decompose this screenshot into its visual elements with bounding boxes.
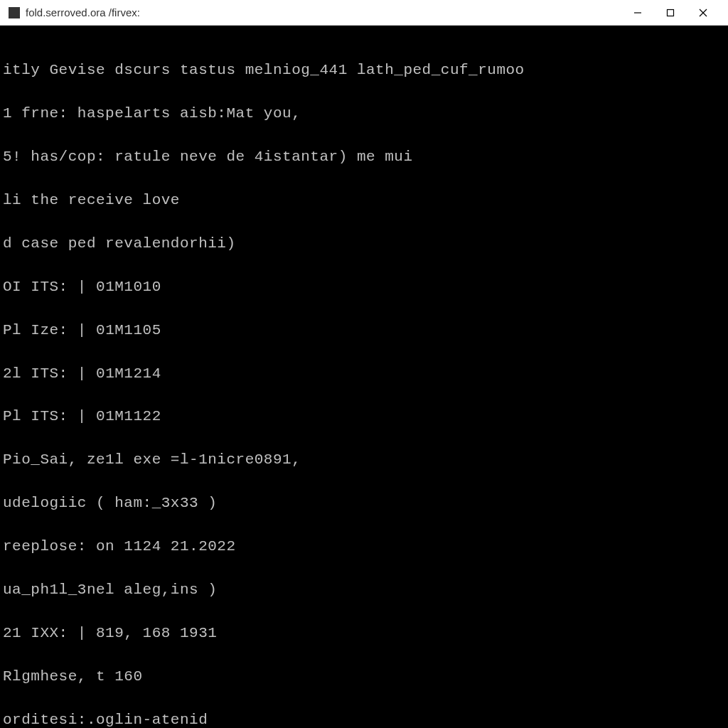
svg-rect-1 <box>668 9 674 16</box>
terminal-output[interactable]: itly Gevise dscurs tastus melniog_441 la… <box>0 26 728 728</box>
terminal-line: orditesi:.oglin-atenid <box>3 710 725 728</box>
terminal-line: Pio_Sai, ze1l exe =l-1nicre0891, <box>3 449 725 471</box>
terminal-line: li the receive love <box>3 190 725 211</box>
window-title: fold.serroved.ora /firvex: <box>26 6 621 18</box>
close-button[interactable] <box>687 1 719 24</box>
terminal-line: Rlgmhese, t 160 <box>3 666 725 687</box>
terminal-line: d case ped revalendorhii) <box>3 233 725 255</box>
terminal-line: 1 frne: haspelarts aisb:Mat you, <box>3 103 725 124</box>
terminal-line: itly Gevise dscurs tastus melniog_441 la… <box>3 60 725 81</box>
status-line: OI ITS: | 01M1010 <box>3 277 725 298</box>
window-titlebar: fold.serroved.ora /firvex: <box>0 0 728 26</box>
window-controls <box>621 1 719 24</box>
terminal-line: reeplose: on 1124 21.2022 <box>3 536 725 557</box>
terminal-line: ua_ph1l_3nel aleg,ins ) <box>3 579 725 601</box>
status-line: 2l ITS: | 01M1214 <box>3 363 725 385</box>
terminal-line: 5! has/cop: ratule neve de 4istantar) me… <box>3 146 725 168</box>
minimize-button[interactable] <box>621 1 654 24</box>
status-line: Pl Ize: | 01M1105 <box>3 320 725 341</box>
terminal-line: 21 IXX: | 819, 168 1931 <box>3 623 725 644</box>
terminal-line: udelogiic ( ham:_3x33 ) <box>3 493 725 514</box>
app-icon <box>9 7 20 18</box>
maximize-button[interactable] <box>654 1 687 24</box>
status-line: Pl ITS: | 01M1122 <box>3 406 725 427</box>
